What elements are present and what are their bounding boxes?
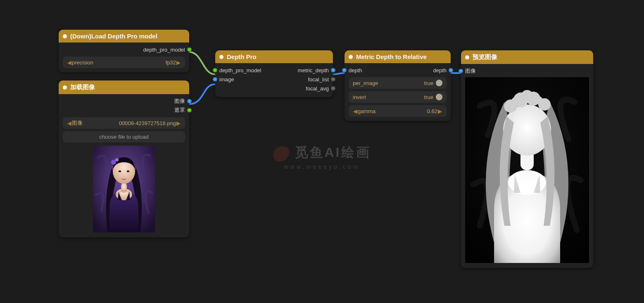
toggle-icon[interactable] xyxy=(436,94,442,100)
svg-point-4 xyxy=(111,160,116,165)
output-label: depth xyxy=(433,67,447,73)
collapse-toggle-icon[interactable] xyxy=(465,55,469,59)
widget-label: invert xyxy=(353,94,366,100)
node-header[interactable]: Metric Depth to Relative xyxy=(345,50,451,63)
input-label: 图像 xyxy=(465,67,476,75)
widget-label: per_image xyxy=(353,80,378,86)
node-title: Depth Pro xyxy=(227,53,257,60)
chevron-left-icon[interactable]: ◀ xyxy=(67,59,72,66)
input-port-depth[interactable] xyxy=(342,68,347,73)
widget-per-image[interactable]: per_image true xyxy=(349,77,447,89)
node-load-depth-pro-model[interactable]: (Down)Load Depth Pro model depth_pro_mod… xyxy=(59,30,189,72)
output-port-depth[interactable] xyxy=(449,68,453,73)
watermark-url: www.meeeyo.com xyxy=(273,163,371,170)
node-metric-depth-to-relative[interactable]: Metric Depth to Relative depth depth per… xyxy=(345,50,451,121)
output-label: focal_list xyxy=(308,76,329,83)
chevron-right-icon[interactable]: ▶ xyxy=(176,120,181,126)
widget-invert[interactable]: invert true xyxy=(349,91,447,103)
input-image-preview xyxy=(93,146,155,232)
widget-label: gamma xyxy=(358,108,375,114)
node-header[interactable]: 加载图像 xyxy=(59,80,189,94)
svg-point-17 xyxy=(511,97,520,105)
chevron-right-icon[interactable]: ▶ xyxy=(437,108,442,114)
output-port-image[interactable] xyxy=(187,99,192,104)
input-port-depth-pro-model[interactable] xyxy=(213,68,217,73)
svg-point-7 xyxy=(127,170,129,172)
svg-rect-2 xyxy=(121,183,127,193)
widget-label: precision xyxy=(72,59,93,66)
widget-value: 00008-4239727518.png xyxy=(119,120,176,126)
input-port-image[interactable] xyxy=(459,69,463,73)
svg-point-5 xyxy=(115,158,119,161)
node-graph-canvas[interactable]: (Down)Load Depth Pro model depth_pro_mod… xyxy=(0,0,644,303)
output-port-metric-depth[interactable] xyxy=(331,68,335,73)
upload-button-label: choose file to upload xyxy=(99,134,148,140)
collapse-toggle-icon[interactable] xyxy=(349,55,353,59)
input-label: depth_pro_model xyxy=(219,67,261,73)
watermark-logo-icon xyxy=(273,146,292,164)
output-label: 图像 xyxy=(174,97,185,105)
output-image-preview xyxy=(465,77,589,263)
node-load-image[interactable]: 加载图像 图像 遮罩 ◀ 图像 00008-4239727518.png ▶ c xyxy=(59,80,189,237)
chevron-left-icon[interactable]: ◀ xyxy=(67,120,72,126)
widget-gamma[interactable]: ◀ gamma 0.62 ▶ xyxy=(349,105,447,117)
collapse-toggle-icon[interactable] xyxy=(63,85,67,90)
output-label: metric_depth xyxy=(298,67,329,73)
widget-value: true xyxy=(424,80,433,86)
node-header[interactable]: 预览图像 xyxy=(461,50,593,64)
node-preview-image[interactable]: 预览图像 图像 xyxy=(461,50,593,268)
widget-value: fp32 xyxy=(166,59,176,66)
collapse-toggle-icon[interactable] xyxy=(219,55,223,59)
widget-value: 0.62 xyxy=(427,108,437,114)
node-header[interactable]: Depth Pro xyxy=(215,50,333,63)
toggle-icon[interactable] xyxy=(436,80,442,86)
output-label: focal_avg xyxy=(306,85,329,92)
output-port-mask[interactable] xyxy=(187,108,192,113)
output-label: 遮罩 xyxy=(174,107,185,114)
node-depth-pro[interactable]: Depth Pro depth_pro_model metric_depth i… xyxy=(215,50,333,97)
input-label: depth xyxy=(349,67,362,73)
output-port-focal-avg[interactable] xyxy=(331,86,335,91)
widget-value: true xyxy=(424,94,433,100)
watermark: 觅鱼AI绘画 www.meeeyo.com xyxy=(273,144,371,170)
node-header[interactable]: (Down)Load Depth Pro model xyxy=(59,30,189,43)
svg-point-16 xyxy=(521,90,533,102)
svg-point-18 xyxy=(535,96,543,104)
input-port-image[interactable] xyxy=(213,77,217,82)
input-label: image xyxy=(219,76,234,83)
widget-label: 图像 xyxy=(72,119,83,127)
chevron-left-icon[interactable]: ◀ xyxy=(353,108,358,114)
node-title: 预览图像 xyxy=(473,53,497,61)
widget-image-file[interactable]: ◀ 图像 00008-4239727518.png ▶ xyxy=(63,117,185,129)
collapse-toggle-icon[interactable] xyxy=(63,34,67,38)
svg-point-9 xyxy=(508,170,546,195)
node-title: 加载图像 xyxy=(70,83,95,91)
watermark-text: 觅鱼AI绘画 xyxy=(295,145,371,160)
node-title: Metric Depth to Relative xyxy=(356,53,427,60)
output-label: depth_pro_model xyxy=(143,47,185,53)
svg-point-6 xyxy=(119,170,121,172)
output-port-depth-pro-model[interactable] xyxy=(187,47,192,52)
upload-button[interactable]: choose file to upload xyxy=(63,131,185,142)
chevron-right-icon[interactable]: ▶ xyxy=(176,59,181,66)
node-title: (Down)Load Depth Pro model xyxy=(70,33,157,40)
widget-precision[interactable]: ◀ precision fp32 ▶ xyxy=(63,57,185,68)
output-port-focal-list[interactable] xyxy=(331,77,335,82)
